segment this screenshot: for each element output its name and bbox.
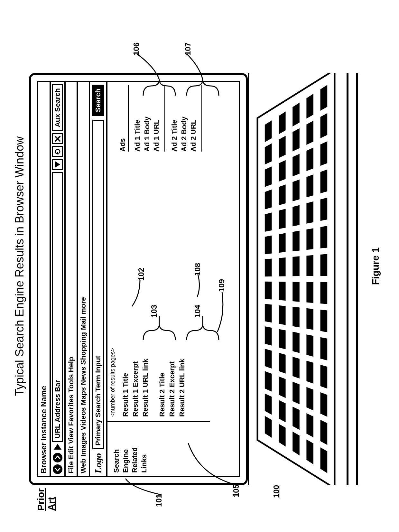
svg-marker-18 — [279, 400, 286, 422]
search-input[interactable]: Primary Search Term Input — [92, 120, 104, 449]
results-column: <number of results pages> Result 1 Title… — [107, 156, 210, 421]
prior-art-label: Prior Art — [35, 488, 57, 510]
svg-marker-24 — [279, 257, 286, 276]
svg-marker-14 — [265, 166, 272, 187]
ads-column: Ads Ad 1 Title Ad 1 Body Ad 1 URL Ad 2 T… — [107, 82, 210, 156]
svg-marker-55 — [306, 174, 313, 197]
svg-marker-58 — [306, 94, 313, 118]
svg-marker-68 — [320, 198, 328, 221]
stop-button[interactable] — [52, 133, 63, 144]
svg-marker-37 — [292, 282, 300, 302]
ref-102: 102 — [137, 267, 146, 280]
svg-marker-42 — [292, 154, 300, 176]
svg-marker-70 — [320, 141, 328, 165]
svg-marker-47 — [306, 387, 313, 410]
svg-marker-11 — [265, 235, 272, 254]
result-1-title[interactable]: Result 1 Title — [121, 161, 131, 417]
address-toolbar: URL Address Bar — [51, 82, 66, 476]
svg-marker-63 — [320, 337, 328, 360]
svg-marker-31 — [292, 432, 300, 455]
svg-marker-3 — [265, 416, 272, 438]
page-title: Typical Search Engine Results in Browser… — [13, 9, 26, 524]
svg-marker-38 — [292, 256, 300, 276]
result-2-title[interactable]: Result 2 Title — [157, 161, 167, 417]
aux-search-box[interactable]: Aux Search — [52, 84, 63, 131]
svg-marker-46 — [306, 413, 313, 437]
ref-108: 108 — [193, 263, 202, 275]
ref-104: 104 — [193, 304, 202, 317]
sidebar-l2[interactable]: Engine — [121, 425, 131, 473]
result-1: Result 1 Title Result 1 Excerpt Result 1… — [121, 161, 150, 417]
ad-2-title[interactable]: Ad 2 Title — [170, 85, 179, 152]
go-button[interactable] — [54, 444, 61, 450]
result-1-excerpt: Result 1 Excerpt — [131, 161, 141, 417]
back-button[interactable] — [53, 464, 62, 474]
svg-marker-69 — [320, 169, 328, 193]
svg-marker-72 — [320, 85, 328, 110]
dropdown-button[interactable] — [52, 159, 63, 170]
svg-marker-67 — [320, 226, 328, 248]
chevron-down-icon — [55, 161, 60, 168]
sidebar-l1[interactable]: Search — [112, 425, 121, 473]
search-nav-bar[interactable]: Web Images Videos Maps News Shopping Mai… — [78, 82, 90, 476]
svg-marker-6 — [265, 349, 272, 369]
svg-marker-56 — [306, 147, 313, 171]
svg-marker-62 — [320, 365, 328, 388]
svg-marker-45 — [306, 439, 313, 464]
ad-1: Ad 1 Title Ad 1 Body Ad 1 URL — [133, 85, 165, 152]
ads-header: Ads — [118, 85, 129, 152]
ref-101: 101 — [154, 494, 163, 507]
svg-marker-5 — [265, 371, 272, 392]
svg-marker-20 — [279, 352, 286, 373]
svg-marker-60 — [320, 420, 328, 445]
ref-109: 109 — [217, 279, 226, 292]
prior-art-l2: Art — [46, 488, 57, 510]
svg-marker-8 — [265, 304, 272, 322]
svg-marker-30 — [279, 111, 286, 134]
ref-105: 105 — [232, 484, 241, 497]
result-1-url[interactable]: Result 1 URL link — [141, 161, 151, 417]
svg-marker-66 — [320, 254, 328, 276]
ad-1-url[interactable]: Ad 1 URL — [152, 85, 161, 152]
result-2: Result 2 Title Result 2 Excerpt Result 2… — [157, 161, 187, 417]
sidebar-l4[interactable]: Links — [140, 425, 149, 473]
svg-marker-51 — [306, 282, 313, 303]
keyboard — [248, 73, 367, 485]
results-meta: <number of results pages> — [109, 161, 116, 417]
sidebar-l3[interactable]: Related — [130, 425, 140, 473]
svg-marker-4 — [265, 393, 272, 415]
menu-bar[interactable]: File Edit View Favorites Tools Help — [66, 82, 78, 476]
ad-1-body: Ad 1 Body — [142, 85, 152, 152]
logo: Logo — [93, 453, 104, 473]
search-button[interactable]: Search — [92, 85, 104, 116]
ad-2-url[interactable]: Ad 2 URL — [189, 85, 198, 152]
svg-marker-27 — [279, 184, 286, 205]
svg-marker-22 — [279, 305, 286, 325]
svg-marker-7 — [265, 326, 272, 345]
svg-marker-21 — [279, 329, 286, 349]
search-button-label: Search — [94, 89, 102, 112]
svg-marker-59 — [320, 447, 328, 473]
refresh-icon — [54, 148, 61, 155]
svg-marker-16 — [265, 120, 272, 142]
svg-marker-32 — [292, 406, 300, 430]
svg-marker-49 — [306, 334, 313, 357]
close-icon — [54, 135, 61, 142]
content-area: Search Engine Related Links <number of r… — [107, 82, 210, 476]
svg-marker-26 — [279, 209, 286, 229]
reload-button[interactable] — [52, 146, 63, 157]
svg-marker-36 — [292, 307, 300, 327]
ad-1-title[interactable]: Ad 1 Title — [133, 85, 142, 152]
result-2-url[interactable]: Result 2 URL link — [177, 161, 187, 417]
svg-marker-13 — [265, 189, 272, 209]
url-address-bar[interactable]: URL Address Bar — [52, 172, 63, 442]
ad-2: Ad 2 Title Ad 2 Body Ad 2 URL — [170, 85, 202, 152]
forward-button[interactable] — [53, 453, 62, 462]
ref-100: 100 — [272, 485, 281, 498]
svg-marker-57 — [306, 120, 313, 145]
svg-marker-9 — [265, 281, 272, 299]
svg-marker-15 — [265, 143, 272, 164]
svg-marker-25 — [279, 233, 286, 253]
arrow-right-icon — [55, 455, 60, 461]
svg-marker-61 — [320, 392, 328, 416]
